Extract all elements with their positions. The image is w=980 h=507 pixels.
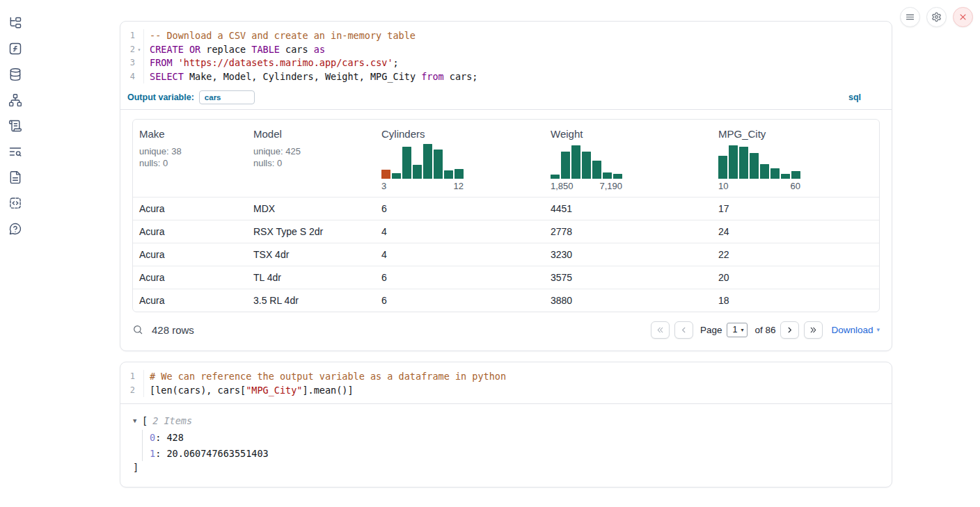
sql-code-editor[interactable]: 1-- Download a CSV and create an in-memo…	[120, 22, 892, 85]
sql-meta-row: Output variable: sql	[120, 85, 892, 110]
line-number: 1	[120, 370, 135, 384]
close-bracket: ]	[133, 461, 880, 474]
histogram-axis-labels: 312	[381, 181, 464, 191]
histogram-bar	[770, 168, 780, 179]
language-badge[interactable]: sql	[848, 92, 861, 102]
table-row: AcuraTL 4dr6357520	[133, 266, 879, 289]
chevrons-left-button[interactable]	[651, 321, 670, 339]
table-cell: 22	[712, 249, 879, 260]
histogram-bar	[603, 172, 612, 179]
tree-entry-value: 20.060747663551403	[166, 448, 268, 459]
sidebar-item-snippets[interactable]	[8, 195, 23, 210]
histogram-bar	[402, 147, 411, 179]
stat-line: unique: 425	[253, 146, 370, 158]
histogram-bar	[592, 161, 601, 179]
column-header-weight[interactable]: Weight1,8507,190	[544, 120, 712, 197]
code-token: cars	[280, 44, 314, 55]
file-tree-icon	[8, 16, 22, 30]
table-cell: 6	[375, 272, 544, 283]
sql-cell: 1-- Download a CSV and create an in-memo…	[120, 21, 892, 351]
table-cell: 6	[375, 203, 544, 214]
table-footer: 428 rows Page1▾of 86 Download ▾	[132, 320, 880, 339]
column-header-make[interactable]: Makeunique: 38nulls: 0	[133, 120, 247, 197]
page-select[interactable]: 1▾	[727, 323, 748, 337]
output-variable-input[interactable]	[199, 90, 255, 104]
table-cell: Acura	[133, 272, 247, 283]
histogram-bar	[791, 171, 800, 179]
page-total-label: of 86	[754, 325, 775, 335]
stat-line: nulls: 0	[139, 158, 242, 170]
python-code-editor[interactable]: 1# We can reference the output variable …	[120, 362, 892, 404]
line-gutter: 2	[120, 384, 144, 398]
axis-max-label: 12	[454, 181, 464, 191]
scroll-icon	[8, 119, 22, 133]
column-header-cylinders[interactable]: Cylinders312	[375, 120, 544, 197]
column-stats: unique: 38nulls: 0	[139, 146, 242, 169]
search-icon[interactable]	[132, 324, 143, 335]
column-header-mpg_city[interactable]: MPG_City1060	[712, 120, 879, 197]
stat-line: unique: 38	[139, 146, 242, 158]
sidebar-item-scratchpad[interactable]	[8, 118, 23, 133]
chevron-left-button[interactable]	[674, 321, 693, 339]
histogram-axis-labels: 1,8507,190	[551, 181, 622, 191]
table-cell: Acura	[133, 203, 247, 214]
table-row: AcuraTSX 4dr4323022	[133, 243, 879, 266]
column-name: MPG_City	[718, 128, 874, 140]
line-gutter: 1	[120, 29, 144, 43]
page-label: Page	[700, 325, 722, 335]
notebook: 1-- Download a CSV and create an in-memo…	[120, 21, 892, 498]
chevron-down-icon: ▾	[741, 327, 743, 333]
chevrons-right-icon	[809, 325, 818, 335]
sidebar-item-documentation[interactable]	[8, 170, 23, 184]
line-gutter: 2▾	[120, 43, 144, 57]
table-cell: Acura	[133, 226, 247, 237]
column-header-model[interactable]: Modelunique: 425nulls: 0	[247, 120, 375, 197]
shutdown-button[interactable]	[953, 7, 973, 27]
histogram-bar	[413, 165, 422, 179]
row-count: 428 rows	[152, 324, 194, 336]
chevrons-right-button[interactable]	[804, 321, 823, 339]
table-cell: 3230	[544, 249, 712, 260]
pagination: Page1▾of 86	[651, 321, 823, 339]
python-cell-output: ▼ [ 2 Items 0: 4281: 20.060747663551403 …	[120, 404, 892, 487]
code-token: SELECT	[150, 71, 184, 82]
code-token: cars;	[444, 71, 478, 82]
menu-button[interactable]	[900, 7, 920, 27]
column-stats: unique: 425nulls: 0	[253, 146, 370, 169]
settings-button[interactable]	[926, 7, 947, 27]
line-number: 1	[120, 29, 135, 43]
code-line: 2[len(cars), cars["MPG_City"].mean()]	[120, 384, 892, 398]
code-token: ;	[393, 57, 399, 68]
download-button[interactable]: Download ▾	[831, 325, 880, 335]
python-cell: 1# We can reference the output variable …	[120, 362, 892, 488]
code-token: Make, Model, Cylinders, Weight, MPG_City	[184, 71, 421, 82]
table-cell: 3880	[544, 295, 712, 306]
sql-cell-output: Makeunique: 38nulls: 0Modelunique: 425nu…	[120, 110, 892, 351]
table-body: AcuraMDX6445117AcuraRSX Type S 2dr427782…	[133, 197, 879, 312]
chevron-right-button[interactable]	[780, 321, 799, 339]
close-icon	[958, 12, 968, 22]
tree-entry-separator: :	[155, 432, 166, 443]
function-square-icon	[8, 42, 22, 56]
code-text: CREATE OR replace TABLE cars as	[144, 43, 325, 57]
code-box-icon	[8, 196, 22, 210]
table-cell: 24	[712, 226, 879, 237]
sidebar-item-logs[interactable]	[8, 144, 23, 159]
code-line: 1# We can reference the output variable …	[120, 370, 892, 384]
sidebar-item-data-sources[interactable]	[8, 67, 23, 81]
code-line: 2▾CREATE OR replace TABLE cars as	[120, 43, 892, 57]
stat-line: nulls: 0	[253, 158, 370, 170]
data-table: Makeunique: 38nulls: 0Modelunique: 425nu…	[132, 119, 880, 312]
table-cell: 3575	[544, 272, 712, 283]
chevron-down-icon[interactable]: ▼	[133, 417, 142, 424]
sidebar-item-variables[interactable]	[8, 41, 23, 56]
fold-chevron-icon[interactable]: ▾	[135, 43, 143, 57]
table-cell: 6	[375, 295, 544, 306]
code-text: # We can reference the output variable a…	[144, 370, 506, 384]
sidebar-item-help[interactable]	[8, 221, 23, 236]
sidebar-item-file-explorer[interactable]	[8, 15, 23, 30]
sidebar-item-dependencies[interactable]	[8, 92, 23, 107]
line-number: 4	[120, 70, 135, 84]
code-token: TABLE	[251, 44, 280, 55]
chevron-left-icon	[679, 325, 688, 335]
